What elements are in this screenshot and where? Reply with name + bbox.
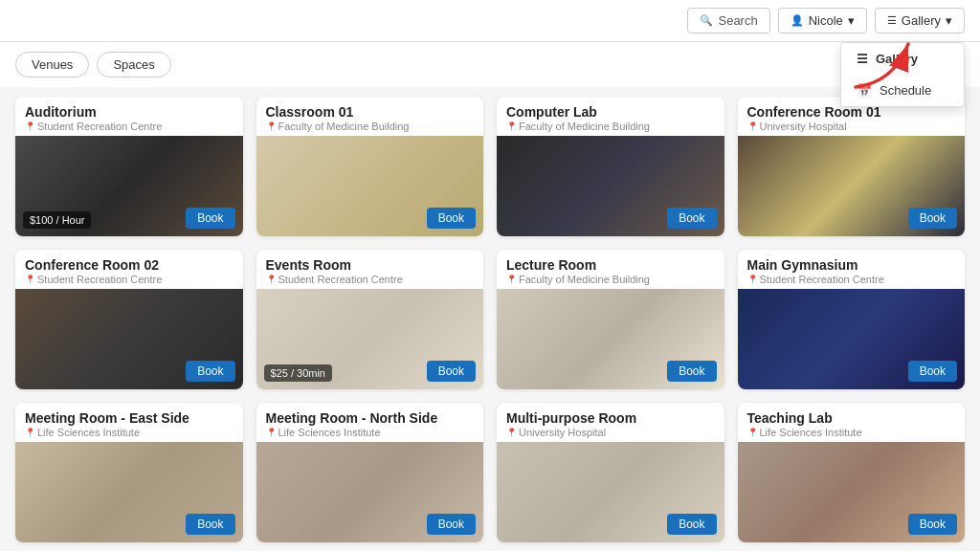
book-button-confroom01[interactable]: Book: [908, 208, 957, 229]
venue-card-teachinglab: Teaching Lab Life Sciences Institute Boo…: [738, 403, 966, 542]
search-label: Search: [718, 13, 757, 28]
venue-image-wrapper: Book: [256, 442, 484, 542]
venue-card-header: Multi-purpose Room University Hospital: [497, 403, 724, 442]
venue-name: Meeting Room - North Side: [266, 410, 475, 426]
chevron-down-icon: ▾: [946, 13, 952, 28]
venue-image-wrapper: $25 / 30min Book: [256, 289, 484, 389]
venue-name: Teaching Lab: [747, 410, 956, 426]
venue-card-header: Meeting Room - East Side Life Sciences I…: [15, 403, 243, 442]
venue-name: Classroom 01: [266, 104, 475, 120]
book-button-meetingeast[interactable]: Book: [186, 514, 234, 535]
venue-card-header: Meeting Room - North Side Life Sciences …: [256, 403, 484, 442]
filter-spaces[interactable]: Spaces: [97, 52, 170, 77]
venue-card-meetingnorth: Meeting Room - North Side Life Sciences …: [256, 403, 484, 542]
view-dropdown: ☰ Gallery 📅 Schedule: [840, 42, 965, 107]
venue-name: Auditorium: [25, 104, 234, 120]
schedule-icon: 📅: [857, 83, 872, 98]
venue-location: Life Sciences Institute: [266, 427, 475, 438]
book-button-computerlab[interactable]: Book: [667, 208, 716, 229]
venue-card-header: Classroom 01 Faculty of Medicine Buildin…: [256, 97, 484, 136]
venue-location: University Hospital: [747, 121, 956, 132]
dropdown-gallery-label: Gallery: [876, 52, 918, 66]
header: Search Nicole ▾ Gallery ▾ ☰ Gallery 📅 Sc…: [0, 0, 980, 42]
venue-name: Events Room: [266, 257, 475, 273]
search-button[interactable]: Search: [687, 8, 769, 33]
price-badge: $100 / Hour: [23, 211, 91, 229]
venue-image-wrapper: $100 / Hour Book: [15, 136, 243, 236]
venue-location: Student Recreation Centre: [747, 274, 956, 285]
venue-card-header: Events Room Student Recreation Centre: [256, 250, 484, 289]
dropdown-schedule-label: Schedule: [880, 83, 931, 98]
book-button-confroom02[interactable]: Book: [186, 361, 234, 382]
venue-location: Faculty of Medicine Building: [266, 121, 475, 132]
venue-location: University Hospital: [506, 427, 715, 438]
chevron-down-icon: ▾: [848, 13, 855, 28]
venue-location: Student Recreation Centre: [266, 274, 475, 285]
price-badge: $25 / 30min: [264, 364, 332, 382]
venue-card-header: Conference Room 02 Student Recreation Ce…: [15, 250, 243, 289]
venue-card-header: Lecture Room Faculty of Medicine Buildin…: [497, 250, 724, 289]
venue-location: Faculty of Medicine Building: [506, 121, 715, 132]
book-button-gymnasium[interactable]: Book: [908, 361, 957, 382]
venue-image-wrapper: Book: [256, 136, 484, 236]
venue-card-auditorium: Auditorium Student Recreation Centre $10…: [15, 97, 243, 236]
venue-card-eventsroom: Events Room Student Recreation Centre $2…: [256, 250, 484, 389]
book-button-auditorium[interactable]: Book: [186, 208, 234, 229]
venue-card-header: Main Gymnasium Student Recreation Centre: [738, 250, 966, 289]
filter-venues[interactable]: Venues: [15, 52, 89, 77]
venue-image-wrapper: Book: [497, 136, 724, 236]
venue-card-confroom01: Conference Room 01 University Hospital B…: [738, 97, 966, 236]
book-button-teachinglab[interactable]: Book: [908, 514, 957, 535]
venue-card-meetingeast: Meeting Room - East Side Life Sciences I…: [15, 403, 243, 542]
book-button-classroom01[interactable]: Book: [427, 208, 476, 229]
dropdown-item-schedule[interactable]: 📅 Schedule: [841, 75, 964, 106]
venue-name: Main Gymnasium: [747, 257, 956, 273]
venue-card-header: Auditorium Student Recreation Centre: [15, 97, 243, 136]
venue-name: Conference Room 02: [25, 257, 234, 273]
gallery-icon: ☰: [857, 52, 868, 66]
venue-card-lectureroom: Lecture Room Faculty of Medicine Buildin…: [497, 250, 724, 389]
venue-image-wrapper: Book: [497, 289, 724, 389]
book-button-lectureroom[interactable]: Book: [667, 361, 716, 382]
book-button-multipurpose[interactable]: Book: [667, 514, 716, 535]
venue-card-multipurpose: Multi-purpose Room University Hospital B…: [497, 403, 724, 542]
book-button-eventsroom[interactable]: Book: [427, 361, 476, 382]
venue-card-gymnasium: Main Gymnasium Student Recreation Centre…: [738, 250, 966, 389]
venue-image-wrapper: Book: [738, 136, 966, 236]
venue-card-computerlab: Computer Lab Faculty of Medicine Buildin…: [497, 97, 724, 236]
user-name-label: Nicole: [809, 13, 843, 28]
dropdown-item-gallery[interactable]: ☰ Gallery: [841, 43, 964, 75]
user-menu-button[interactable]: Nicole ▾: [778, 8, 867, 33]
venue-name: Meeting Room - East Side: [25, 410, 234, 426]
venue-name: Multi-purpose Room: [506, 410, 715, 426]
gallery-label: Gallery: [902, 13, 941, 28]
venue-image-wrapper: Book: [738, 442, 966, 542]
venue-card-classroom01: Classroom 01 Faculty of Medicine Buildin…: [256, 97, 484, 236]
venue-location: Life Sciences Institute: [25, 427, 234, 438]
venue-location: Faculty of Medicine Building: [506, 274, 715, 285]
venue-name: Computer Lab: [506, 104, 715, 120]
book-button-meetingnorth[interactable]: Book: [427, 514, 476, 535]
filter-bar: Venues Spaces: [0, 42, 980, 87]
venue-card-confroom02: Conference Room 02 Student Recreation Ce…: [15, 250, 243, 389]
venue-image-wrapper: Book: [15, 442, 243, 542]
venue-card-header: Teaching Lab Life Sciences Institute: [738, 403, 966, 442]
venue-name: Lecture Room: [506, 257, 715, 273]
venue-location: Life Sciences Institute: [747, 427, 956, 438]
venue-location: Student Recreation Centre: [25, 274, 234, 285]
venue-image-wrapper: Book: [738, 289, 966, 389]
venue-image-wrapper: Book: [497, 442, 724, 542]
venue-grid: Auditorium Student Recreation Centre $10…: [0, 87, 980, 551]
venue-card-header: Computer Lab Faculty of Medicine Buildin…: [497, 97, 724, 136]
view-mode-button[interactable]: Gallery ▾: [875, 8, 965, 33]
venue-location: Student Recreation Centre: [25, 121, 234, 132]
venue-image-wrapper: Book: [15, 289, 243, 389]
